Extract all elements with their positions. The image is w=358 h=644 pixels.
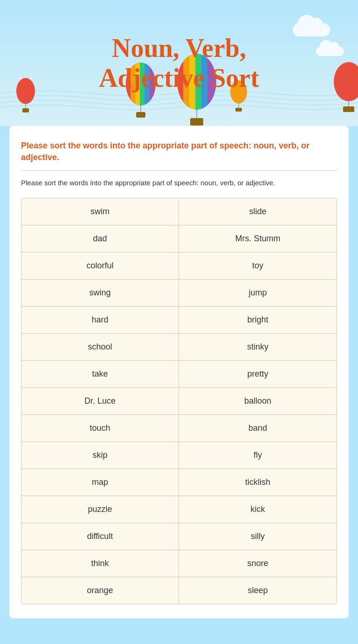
word-row: hardbright	[21, 307, 337, 334]
word-cell-left[interactable]: swim	[21, 198, 179, 225]
word-row: puzzlekick	[21, 496, 337, 523]
word-row: touchband	[21, 415, 337, 442]
svg-rect-5	[22, 108, 29, 112]
word-cell-left[interactable]: map	[21, 469, 179, 496]
word-cell-left[interactable]: swing	[21, 280, 179, 306]
svg-point-0	[16, 78, 35, 104]
word-cell-right[interactable]: fly	[179, 442, 337, 469]
balloon-far-right	[332, 61, 358, 117]
word-row: orangesleep	[21, 577, 337, 604]
svg-line-3	[30, 77, 33, 79]
word-cell-right[interactable]: bright	[179, 307, 337, 333]
word-cell-right[interactable]: kick	[179, 496, 337, 523]
word-cell-right[interactable]: Mrs. Stumm	[179, 225, 337, 252]
page-title: Noun, Verb, Adjective Sort	[99, 33, 259, 93]
title-container: Noun, Verb, Adjective Sort	[99, 33, 259, 93]
svg-line-1	[19, 77, 21, 79]
word-cell-left[interactable]: take	[21, 361, 179, 387]
word-cell-right[interactable]: stinky	[179, 334, 337, 360]
cloud-1	[293, 23, 330, 36]
sky-header: Noun, Verb, Adjective Sort	[0, 0, 358, 126]
word-row: Dr. Luceballoon	[21, 388, 337, 415]
word-row: mapticklish	[21, 469, 337, 496]
word-cell-left[interactable]: think	[21, 550, 179, 577]
word-row: thinksnore	[21, 550, 337, 577]
word-row: schoolstinky	[21, 334, 337, 361]
word-cell-right[interactable]: snore	[179, 550, 337, 577]
word-cell-left[interactable]: school	[21, 334, 179, 360]
main-content: Please sort the words into the appropria…	[9, 126, 349, 618]
word-cell-left[interactable]: hard	[21, 307, 179, 333]
word-row: skipfly	[21, 442, 337, 469]
balloon-small-left	[14, 75, 37, 121]
word-cell-left[interactable]: touch	[21, 415, 179, 441]
svg-rect-24	[190, 118, 203, 126]
word-cell-left[interactable]: difficult	[21, 523, 179, 550]
word-cell-left[interactable]: puzzle	[21, 496, 179, 523]
word-cell-right[interactable]: sleep	[179, 577, 337, 604]
word-row: swingjump	[21, 280, 337, 307]
word-row: takepretty	[21, 361, 337, 388]
word-cell-left[interactable]: colorful	[21, 252, 179, 279]
word-cell-right[interactable]: band	[179, 415, 337, 441]
word-cell-left[interactable]: dad	[21, 225, 179, 252]
cloud-2	[316, 47, 344, 56]
word-cell-right[interactable]: slide	[179, 198, 337, 225]
instructions-body: Please sort the words into the appropria…	[21, 178, 337, 189]
word-cell-right[interactable]: balloon	[179, 388, 337, 414]
word-cell-right[interactable]: silly	[179, 523, 337, 550]
svg-rect-33	[343, 106, 354, 112]
svg-rect-15	[136, 112, 145, 118]
word-row: difficultsilly	[21, 523, 337, 550]
instructions-title: Please sort the words into the appropria…	[21, 140, 337, 171]
word-cell-right[interactable]: toy	[179, 252, 337, 279]
word-grid: swimslidedadMrs. Stummcolorfultoyswingju…	[21, 198, 337, 604]
word-row: swimslide	[21, 198, 337, 225]
word-cell-right[interactable]: ticklish	[179, 469, 337, 496]
word-cell-left[interactable]: orange	[21, 577, 179, 604]
word-row: colorfultoy	[21, 252, 337, 280]
word-cell-right[interactable]: jump	[179, 280, 337, 306]
word-row: dadMrs. Stumm	[21, 225, 337, 252]
word-cell-left[interactable]: Dr. Luce	[21, 388, 179, 414]
svg-rect-30	[235, 108, 242, 112]
svg-point-31	[334, 62, 358, 101]
word-cell-left[interactable]: skip	[21, 442, 179, 469]
word-cell-right[interactable]: pretty	[179, 361, 337, 387]
